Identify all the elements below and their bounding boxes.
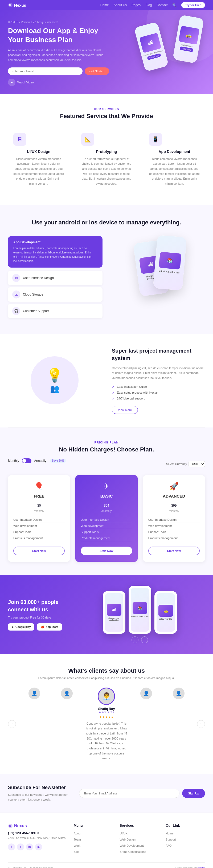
service-title-2: Prototyping [81,150,132,154]
navbar: N Nexus Home About Us Pages Blog Contact… [0,0,213,10]
hero-get-started-button[interactable]: Get Started [85,67,109,75]
feature-item-support[interactable]: 🎧 Customer Support [8,304,103,318]
pricing-features-advanced: User Interface Design Web development Su… [148,517,200,541]
cloud-feature-icon: ☁ [12,290,20,299]
newsletter-signup-button[interactable]: Sign Up [182,789,205,798]
pricing-features-basic: User Interface Design Web development Su… [81,517,132,541]
feature-item-cloud[interactable]: ☁ Cloud Storage [8,287,103,302]
feature-2: ✓Easy setup process with Nexus [112,391,205,395]
manage-left: App Development Lorem ipsum dolor sit am… [8,236,103,320]
project-description: Consectetur adipiscing elit, sed do eius… [112,366,205,380]
service-desc-3: Risus commodo viverra maecenas accumsan.… [149,156,200,186]
cta-phone-img-3: 🚕 [158,605,173,617]
feature-3: ✓24/7 Live call support [112,397,205,401]
newsletter-grid: Subscribe For Newsletter Subscribe to ou… [8,785,205,802]
footer-menu-item-1: About [74,831,113,835]
basic-feature-1: User Interface Design [81,517,132,523]
footer-address: 2260 2nd Avenue, 5060 New York, United S… [8,836,67,840]
copyright-text: © Copyright 2021 All Rights Reserved [8,866,53,868]
carousel-arrows: ← → [132,637,148,643]
avatar-1: 👤 [29,688,40,699]
service-desc-1: Risus commodo viverra maecenas accumsan.… [13,156,64,186]
testimonials-title: What's clients say about us [8,667,205,674]
footer-svc-1: UI/UX [119,831,159,835]
feature-item-ui[interactable]: 🖥 User Interface Design [8,271,103,285]
footer-link-3: FAQ [166,843,205,847]
svg-text:N: N [9,4,11,7]
pricing-header: PRICING PLAN No Hidden Charges! Choose P… [8,441,205,453]
google-play-icon: ▶ [12,625,14,628]
pricing-controls: Monthly Annually Save 50% Select Currenc… [8,458,205,470]
footer-svc-4: Brand Consultations [119,849,159,854]
view-more-button[interactable]: View More [112,406,138,414]
footer-logo: N Nexus [8,824,67,828]
hero-email-input[interactable] [8,67,82,75]
made-by-text: Made with love by Nexus [175,866,205,868]
google-play-button[interactable]: ▶ Google play [8,623,34,630]
phone-mockup-2: 🚕 enjoy your trip Get Started [173,15,204,63]
phone-screen-image: 🏙 [139,33,161,53]
facebook-icon[interactable]: f [8,843,15,850]
pricing-price-advanced: $99 [148,500,200,508]
brand-logo[interactable]: N Nexus [8,3,26,7]
nav-cta-button[interactable]: Try for Free [181,2,205,8]
basic-feature-3: Support Tools [81,529,132,535]
hero-content: UPDATE - Version 1.2.1 has just released… [8,21,109,86]
twitter-icon[interactable]: t [17,843,24,850]
service-title-1: UI/UX Design [13,150,64,154]
basic-feature-2: Web development [81,523,132,529]
pricing-price-basic: $54 [81,500,132,508]
hero-title: Download Our App & Enjoy Your Business P… [8,26,109,44]
carousel-prev-arrow[interactable]: ← [132,637,138,643]
nav-pages[interactable]: Pages [132,3,141,7]
illustration-content: 💡 👥 [28,354,81,407]
check-icon-3: ✓ [112,397,115,401]
nav-home[interactable]: Home [100,3,109,7]
app-store-button[interactable]: 🍎 App Store [37,623,62,630]
service-card-3: 📱 App Development Risus commodo viverra … [144,128,205,192]
currency-dropdown[interactable]: USD EUR GBP [188,461,205,467]
hero-watch-label: Watch Video [17,81,34,84]
app-store-label: App Store [45,625,58,628]
cta-section: Join 63,000+ people connect with us Try … [0,575,213,654]
currency-label: Select Currency [166,462,187,466]
adv-feature-1: User Interface Design [148,517,200,523]
testimonial-stars-featured: ★★★★★ [99,715,114,719]
linkedin-icon[interactable]: in [26,843,33,850]
pricing-cta-basic[interactable]: Start Now [81,547,132,555]
newsletter-email-input[interactable] [79,789,180,798]
testimonial-prev-button[interactable]: ‹ [8,720,16,728]
nav-blog[interactable]: Blog [145,3,152,7]
phone-display-2: 📚 unlock & book a ride [153,235,187,290]
adv-feature-3: Support Tools [148,529,200,535]
nav-contact[interactable]: Contact [156,3,168,7]
manage-section: Use your android or ios device to manage… [0,205,213,334]
pricing-cta-free[interactable]: Start Now [13,547,65,555]
testimonials-slider: ‹ 👤 👤 👨‍💼 Shafiq Roy Founder / CEO ★★★★★… [8,688,205,761]
newsletter-title: Subscribe For Newsletter [8,785,71,790]
apple-icon: 🍎 [41,625,44,628]
price-feature-4: Products management [13,535,65,541]
carousel-next-arrow[interactable]: → [141,637,148,643]
made-by-link[interactable]: Nexus [198,866,205,868]
pricing-tag: PRICING PLAN [8,441,205,444]
search-icon[interactable]: 🔍 [172,3,177,7]
testimonial-next-button[interactable]: › [197,720,205,728]
footer-services-title: Services [119,824,159,828]
project-title: Super fast project management system [112,347,205,362]
billing-toggle-switch[interactable] [22,458,31,463]
nav-about[interactable]: About Us [114,3,127,7]
project-content: Super fast project management system Con… [112,347,205,414]
phone-display-text-2: unlock & book a ride [158,270,179,274]
footer-svc-2: Web Design [119,837,159,841]
hero-watch-video[interactable]: ▶ Watch Video [8,79,109,86]
pricing-toggle: Monthly Annually Save 50% [8,458,66,463]
cta-phones-area: 🏙 choose your destination 📚 unlock & boo… [75,586,205,643]
services-grid: 🖥 UI/UX Design Risus commodo viverra mae… [8,128,205,192]
phones-display: 🏙 choose your destination 📚 unlock & boo… [126,236,190,295]
pricing-cta-advanced[interactable]: Start Now [148,547,200,555]
feature-1: ✓Easy Installation Guide [112,385,205,389]
cta-buttons: ▶ Google play 🍎 App Store [8,623,75,630]
youtube-icon[interactable]: ▶ [35,843,42,850]
support-feature-icon: 🎧 [12,307,20,315]
